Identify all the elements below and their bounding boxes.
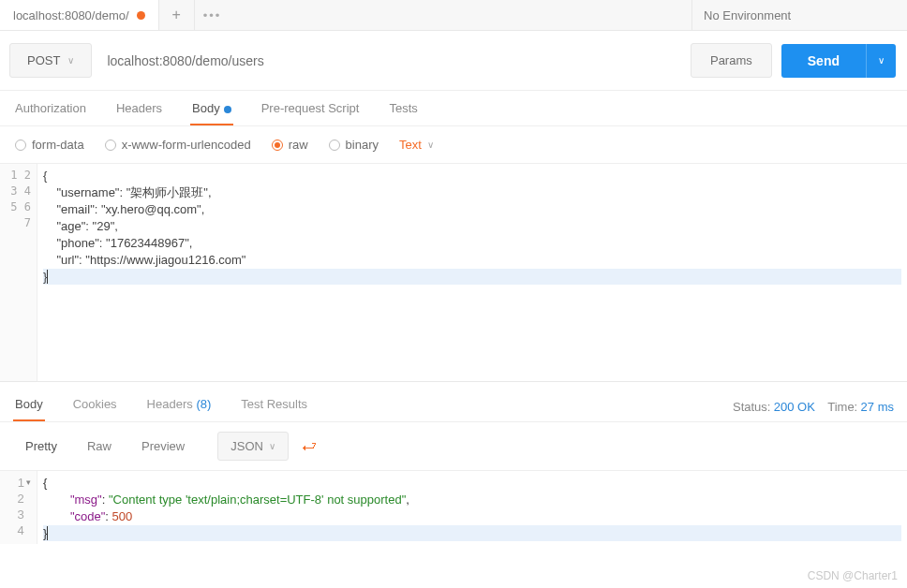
resp-tab-headers[interactable]: Headers (8) [145, 391, 214, 421]
request-tab[interactable]: localhost:8080/demo/ [0, 0, 159, 30]
watermark: CSDN @Charter1 [808, 569, 898, 582]
resp-tab-cookies[interactable]: Cookies [71, 391, 119, 421]
radio-icon [272, 140, 283, 151]
tab-authorization[interactable]: Authorization [13, 91, 88, 125]
method-label: POST [27, 53, 60, 67]
line-gutter: 1 ▾ 2 3 4 [0, 471, 37, 544]
send-button[interactable]: Send [781, 44, 866, 78]
status-value: 200 OK [774, 400, 815, 414]
http-method-select[interactable]: POST ∨ [9, 43, 92, 78]
chevron-down-icon: ∨ [67, 55, 74, 66]
radio-icon [15, 140, 26, 151]
send-dropdown-button[interactable]: ∨ [866, 44, 896, 78]
body-indicator-icon [224, 106, 231, 113]
line-gutter: 1 2 3 4 5 6 7 [0, 164, 37, 381]
tab-overflow-button[interactable]: ••• [195, 0, 230, 30]
radio-urlencoded[interactable]: x-www-form-urlencoded [105, 138, 251, 152]
radio-binary[interactable]: binary [329, 138, 379, 152]
resp-tab-body[interactable]: Body [13, 391, 45, 421]
new-tab-button[interactable]: + [159, 0, 195, 30]
resp-tab-tests[interactable]: Test Results [239, 391, 309, 421]
response-tabs: Body Cookies Headers (8) Test Results St… [0, 382, 907, 422]
request-body-editor[interactable]: 1 2 3 4 5 6 7 { "username": "架构师小跟班", "e… [0, 164, 907, 382]
chevron-down-icon: ∨ [269, 441, 275, 451]
code-area: { "msg": "Content type 'text/plain;chars… [37, 471, 907, 544]
request-tabs: Authorization Headers Body Pre-request S… [0, 91, 907, 126]
tab-title: localhost:8080/demo/ [13, 8, 129, 22]
body-type-row: form-data x-www-form-urlencoded raw bina… [0, 126, 907, 164]
tab-bar: localhost:8080/demo/ + ••• No Environmen… [0, 0, 907, 31]
response-body-viewer[interactable]: 1 ▾ 2 3 4 { "msg": "Content type 'text/p… [0, 471, 907, 544]
tab-tests[interactable]: Tests [387, 91, 419, 125]
wrap-lines-icon[interactable]: ⮐ [294, 434, 324, 460]
tab-headers[interactable]: Headers [114, 91, 164, 125]
code-area[interactable]: { "username": "架构师小跟班", "email": "xy.her… [37, 164, 907, 381]
radio-icon [105, 140, 116, 151]
response-meta: Status: 200 OK Time: 27 ms [733, 400, 894, 414]
response-toolbar: Pretty Raw Preview JSON∨ ⮐ [0, 422, 907, 471]
unsaved-dot-icon [137, 11, 145, 20]
view-pretty[interactable]: Pretty [13, 433, 69, 460]
tab-body[interactable]: Body [190, 91, 233, 125]
raw-format-select[interactable]: Text∨ [399, 138, 434, 152]
chevron-down-icon: ∨ [427, 140, 434, 150]
radio-icon [329, 140, 340, 151]
radio-formdata[interactable]: form-data [15, 138, 84, 152]
tab-prerequest[interactable]: Pre-request Script [260, 91, 362, 125]
env-label: No Environment [704, 8, 791, 22]
params-button[interactable]: Params [691, 43, 772, 78]
request-row: POST ∨ Params Send ∨ [0, 31, 907, 91]
response-format-select[interactable]: JSON∨ [217, 432, 289, 461]
view-preview[interactable]: Preview [129, 433, 197, 460]
send-button-group: Send ∨ [781, 44, 896, 78]
time-value: 27 ms [861, 400, 894, 414]
headers-count: (8) [196, 397, 211, 411]
url-input[interactable] [101, 44, 681, 78]
view-raw[interactable]: Raw [75, 433, 124, 460]
radio-raw[interactable]: raw [272, 138, 308, 152]
fold-icon[interactable]: ▾ [26, 475, 31, 491]
environment-select[interactable]: No Environment [691, 0, 907, 30]
